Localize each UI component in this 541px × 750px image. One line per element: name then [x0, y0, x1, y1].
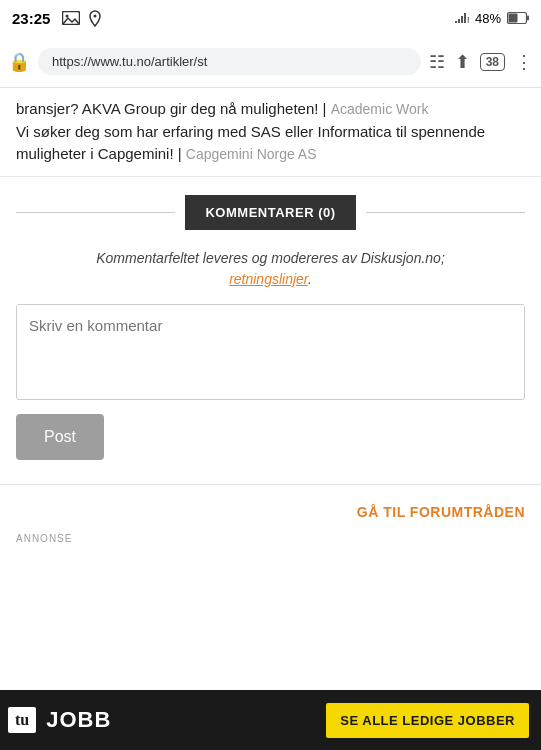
bottom-ad-banner[interactable]: tu JOBB SE ALLE LEDIGE JOBBER: [0, 690, 541, 750]
signal-icon: R: [453, 11, 469, 25]
time-display: 23:25: [12, 10, 50, 27]
location-icon: [88, 10, 102, 27]
browser-bar: 🔒 https://www.tu.no/artikler/st ☷ ⬆ 38 ⋮: [0, 36, 541, 88]
status-right: R 48%: [453, 11, 529, 26]
comment-intro-text1: Kommentarfeltet leveres og modereres av …: [96, 250, 445, 266]
brand1-label: Academic Work: [331, 101, 429, 117]
divider-right: [366, 212, 525, 213]
status-bar: 23:25 R 48%: [0, 0, 541, 36]
tab-count[interactable]: 38: [480, 53, 505, 71]
comment-textarea[interactable]: [17, 305, 524, 395]
svg-text:R: R: [467, 15, 469, 25]
top-text-line1: bransjer? AKVA Group gir deg nå mulighet…: [16, 100, 326, 117]
banner-cta-button[interactable]: SE ALLE LEDIGE JOBBER: [326, 703, 529, 738]
banner-jobb-text: JOBB: [46, 707, 111, 733]
tu-logo: tu: [8, 707, 36, 733]
lock-icon: 🔒: [8, 51, 30, 73]
banner-left: tu JOBB: [8, 707, 111, 733]
svg-rect-6: [509, 14, 518, 23]
kommentarer-button[interactable]: KOMMENTARER (0): [185, 195, 355, 230]
forum-link-section: GÅ TIL FORUMTRÅDEN: [0, 499, 541, 531]
top-content: bransjer? AKVA Group gir deg nå mulighet…: [0, 88, 541, 177]
battery-pct: 48%: [475, 11, 501, 26]
bookmark-icon[interactable]: ⬆: [455, 51, 470, 73]
svg-rect-5: [527, 16, 529, 21]
comment-intro: Kommentarfeltet leveres og modereres av …: [0, 240, 541, 304]
post-button[interactable]: Post: [16, 414, 104, 460]
brand2-label: Capgemini Norge AS: [186, 146, 317, 162]
status-time: 23:25: [12, 10, 102, 27]
retningslinjer-link[interactable]: retningslinjer: [229, 271, 308, 287]
battery-icon: [507, 12, 529, 24]
reader-icon[interactable]: ☷: [429, 51, 445, 73]
svg-point-2: [94, 14, 97, 17]
comment-box[interactable]: [16, 304, 525, 400]
url-bar[interactable]: https://www.tu.no/artikler/st: [38, 48, 421, 75]
menu-icon[interactable]: ⋮: [515, 51, 533, 73]
divider-left: [16, 212, 175, 213]
kommentarer-section: KOMMENTARER (0): [0, 177, 541, 240]
browser-actions: ☷ ⬆ 38 ⋮: [429, 51, 533, 73]
forum-link[interactable]: GÅ TIL FORUMTRÅDEN: [357, 504, 525, 520]
annonse-label: ANNONSE: [0, 531, 541, 546]
comment-intro-period: .: [308, 271, 312, 287]
section-divider: [0, 484, 541, 485]
image-icon: [62, 11, 80, 25]
